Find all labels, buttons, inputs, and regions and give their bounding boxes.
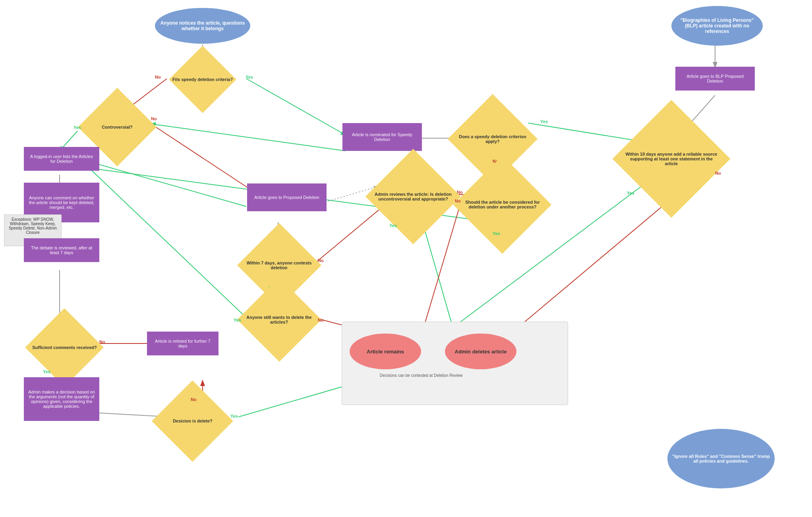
should-article-yes: Yes bbox=[493, 231, 500, 236]
anyone-still-yes: Yes bbox=[234, 318, 241, 322]
anyone-still-diamond: Anyone still wants to delete the article… bbox=[242, 298, 316, 341]
article-remains-ellipse: Article remains bbox=[350, 334, 421, 369]
sufficient-no: No bbox=[99, 340, 105, 344]
nominated-speedy-rect: Article is nominated for Speedy Deletion bbox=[342, 123, 422, 151]
start-node: Anyone notices the article, questions wh… bbox=[155, 8, 250, 44]
admin-makes-rect: Admin makes a decision based on the argu… bbox=[24, 377, 99, 421]
blp-proposed-rect: Article goes to BLP Proposed Deletion bbox=[675, 67, 755, 91]
within7-no: No bbox=[318, 258, 324, 263]
controversial-yes: Yes bbox=[73, 125, 81, 130]
article-proposed-rect: Article goes to Proposed Deletion bbox=[247, 183, 327, 211]
admin-reviews-yes: Yes bbox=[389, 223, 397, 228]
debate-reviewed-rect: The debate is reviewed, after at least 7… bbox=[24, 238, 99, 262]
fits-speedy-diamond: Fits speedy deletion criteria? bbox=[167, 62, 238, 97]
within10-no: No bbox=[715, 171, 721, 176]
svg-line-12 bbox=[79, 159, 246, 318]
decision-delete-diamond: Desicion is delete? bbox=[157, 401, 228, 441]
svg-line-8 bbox=[151, 124, 346, 151]
svg-line-4 bbox=[151, 124, 258, 195]
decisions-contested-label: Decisions can be contested at Deletion R… bbox=[362, 373, 481, 378]
controversial-diamond: Controversial? bbox=[83, 107, 151, 147]
admin-deletes-ellipse: Admin deletes article bbox=[445, 334, 516, 369]
ignore-rules-ellipse: "Ignore all Rules" and "Common Sense" tr… bbox=[667, 429, 775, 488]
fits-speedy-no-label: No bbox=[155, 75, 161, 79]
decision-yes: Yes bbox=[230, 414, 238, 419]
controversial-no: No bbox=[151, 116, 157, 121]
within10-yes: Yes bbox=[627, 191, 634, 195]
should-article-no: No bbox=[455, 199, 461, 203]
decision-no: No bbox=[191, 397, 197, 402]
admin-reviews-diamond: Admin reviews the article: Is deletion u… bbox=[373, 171, 453, 222]
logged-in-user-rect: A logged-in user lists the Articles for … bbox=[24, 147, 99, 171]
fits-speedy-yes-label: Yes bbox=[246, 75, 253, 79]
sufficient-yes: Yes bbox=[43, 369, 50, 374]
svg-line-31 bbox=[79, 159, 246, 206]
should-article-diamond: Should the article be considered for del… bbox=[461, 179, 544, 230]
relisted-rect: Article is relisted for further 7 days bbox=[147, 332, 218, 355]
speedy-criterion-diamond: Does a speedy deletion criterion apply? bbox=[453, 115, 532, 163]
sufficient-comments-diamond: Sufficient comments received? bbox=[32, 326, 97, 369]
within-10-days-diamond: Within 10 days anyone add a reliable sou… bbox=[624, 127, 719, 191]
anyone-still-no: No bbox=[318, 318, 324, 322]
speedy-criterion-yes: Yes bbox=[540, 119, 548, 124]
svg-line-1 bbox=[246, 79, 346, 135]
blp-start-node: "Biographies of Living Persons" (BLP) ar… bbox=[671, 6, 763, 46]
